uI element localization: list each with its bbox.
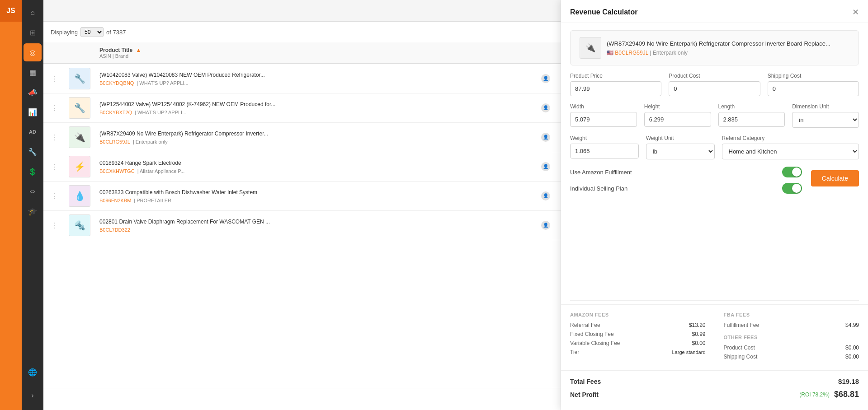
product-row-inner: (WP12544002 Valve) WP12544002 (K-74962) … bbox=[99, 101, 550, 115]
calc-product-meta: 🇺🇸 B0CLRG59JL | Enterpark only bbox=[607, 50, 849, 56]
row-thumb: 🔌 bbox=[65, 123, 94, 152]
calc-product-name: (WR87X29409 No Wire Enterpark) Refrigera… bbox=[607, 40, 849, 48]
fees-separator bbox=[570, 300, 859, 301]
sidebar-item-code[interactable]: <> bbox=[24, 182, 42, 200]
dimension-unit-select[interactable]: in cm bbox=[792, 112, 859, 128]
per-page-select[interactable]: 50 25 100 bbox=[80, 27, 104, 37]
individual-selling-row: Individual Selling Plan bbox=[570, 183, 802, 194]
dots-menu-icon[interactable]: ⋮ bbox=[49, 220, 60, 231]
fixed-closing-fee-value: $0.99 bbox=[692, 331, 705, 337]
dots-menu-icon[interactable]: ⋮ bbox=[49, 132, 60, 143]
row-dots-menu[interactable]: ⋮ bbox=[43, 123, 65, 152]
product-info: 00189324 Range Spark Electrode B0CXKHWTG… bbox=[99, 159, 537, 174]
product-thumbnail: ⚡ bbox=[69, 156, 90, 177]
product-asin[interactable]: B0CKYDQBNQ bbox=[99, 80, 134, 86]
product-thumbnail: 💧 bbox=[69, 185, 90, 207]
user-icon[interactable]: 👤 bbox=[541, 191, 550, 200]
sidebar-item-layout[interactable]: ▦ bbox=[24, 63, 42, 81]
sidebar-item-tools[interactable]: 🔧 bbox=[24, 143, 42, 161]
col-product-title[interactable]: Product Title ▲ ASIN | Brand bbox=[94, 42, 556, 64]
sidebar-item-collapse[interactable]: › bbox=[24, 387, 42, 405]
length-input[interactable] bbox=[718, 112, 785, 127]
product-info: (WR87X29409 No Wire Enterpark) Refrigera… bbox=[99, 130, 537, 144]
product-asin[interactable]: B0CKYBXT2Q bbox=[99, 110, 132, 115]
product-asin[interactable]: B0CLRG59JL bbox=[99, 139, 130, 144]
toggles-section: Use Amazon Fulfillment Individual Sellin… bbox=[570, 167, 859, 199]
net-profit-label: Net Profit bbox=[570, 391, 599, 398]
product-row-inner: 00189324 Range Spark Electrode B0CXKHWTG… bbox=[99, 159, 550, 174]
close-calculator-button[interactable]: ✕ bbox=[852, 7, 859, 17]
sidebar-item-graduation[interactable]: 🎓 bbox=[24, 202, 42, 220]
calc-header: Revenue Calculator ✕ bbox=[561, 0, 868, 23]
total-fees-value: $19.18 bbox=[838, 377, 859, 385]
dots-menu-icon[interactable]: ⋮ bbox=[49, 102, 60, 114]
sidebar-item-dollar[interactable]: 💲 bbox=[24, 163, 42, 181]
referral-category-field: Referral Category Home and Kitchen Appli… bbox=[722, 135, 859, 159]
product-thumbnail: 🔧 bbox=[69, 68, 90, 89]
sidebar-item-chart[interactable]: 📊 bbox=[24, 103, 42, 121]
net-profit-combined: (ROI 78.2%) $68.81 bbox=[799, 390, 859, 399]
product-asin[interactable]: B096FN2KBM bbox=[99, 198, 131, 203]
user-icon[interactable]: 👤 bbox=[541, 74, 550, 83]
fba-other-fees-col: FBA FEES Fulfillment Fee $4.99 OTHER FEE… bbox=[724, 312, 859, 363]
user-icon[interactable]: 👤 bbox=[541, 162, 550, 171]
dots-menu-icon[interactable]: ⋮ bbox=[49, 161, 60, 172]
row-dots-menu[interactable]: ⋮ bbox=[43, 152, 65, 182]
row-dots-menu[interactable]: ⋮ bbox=[43, 93, 65, 123]
product-price-input[interactable] bbox=[570, 81, 661, 96]
net-profit-row: Net Profit (ROI 78.2%) $68.81 bbox=[570, 390, 859, 399]
fixed-closing-fee-row: Fixed Closing Fee $0.99 bbox=[570, 331, 706, 337]
product-info: (WP12544002 Valve) WP12544002 (K-74962) … bbox=[99, 101, 537, 115]
shipping-cost-field: Shipping Cost bbox=[768, 73, 859, 96]
row-dots-menu[interactable]: ⋮ bbox=[43, 211, 65, 240]
row-thumb: 🔧 bbox=[65, 64, 94, 93]
fulfillment-fee-row: Fulfillment Fee $4.99 bbox=[724, 322, 859, 328]
referral-fee-value: $13.20 bbox=[689, 322, 706, 328]
product-brand: | WHAT'S UP? APPLI... bbox=[135, 110, 186, 115]
amazon-fulfillment-toggle[interactable] bbox=[782, 167, 802, 177]
sidebar-item-ad[interactable]: AD bbox=[24, 123, 42, 141]
main-content: Displaying 50 25 100 of 7387 Product Tit… bbox=[43, 0, 868, 410]
fees-section: AMAZON FEES Referral Fee $13.20 Fixed Cl… bbox=[561, 304, 868, 370]
shipping-cost-input[interactable] bbox=[768, 81, 859, 96]
individual-selling-label: Individual Selling Plan bbox=[570, 185, 627, 192]
row-dots-menu[interactable]: ⋮ bbox=[43, 64, 65, 93]
weight-input[interactable] bbox=[570, 144, 639, 158]
height-input[interactable] bbox=[644, 112, 711, 127]
width-input[interactable] bbox=[570, 112, 637, 127]
sidebar-item-grid[interactable]: ⊞ bbox=[24, 23, 42, 42]
sidebar-item-search[interactable]: ◎ bbox=[24, 43, 42, 61]
product-cost-input[interactable] bbox=[669, 81, 760, 96]
row-dots-menu[interactable]: ⋮ bbox=[43, 182, 65, 211]
js-logo: JS bbox=[0, 0, 22, 22]
revenue-calculator-panel: Revenue Calculator ✕ 🔌 (WR87X29409 No Wi… bbox=[561, 0, 868, 410]
calculate-button[interactable]: Calculate bbox=[811, 170, 859, 186]
product-title: 002801 Drain Valve Diaphragm Replacement… bbox=[99, 218, 537, 226]
referral-fee-label: Referral Fee bbox=[570, 322, 600, 328]
individual-selling-toggle[interactable] bbox=[782, 183, 802, 194]
product-asin[interactable]: B0CL7DD322 bbox=[99, 227, 130, 233]
product-info: 00263833 Compatible with Bosch Dishwashe… bbox=[99, 189, 537, 203]
dots-menu-icon[interactable]: ⋮ bbox=[49, 73, 60, 84]
length-label: Length bbox=[718, 103, 785, 110]
calc-product-info: (WR87X29409 No Wire Enterpark) Refrigera… bbox=[607, 40, 849, 56]
amazon-fulfillment-row: Use Amazon Fulfillment bbox=[570, 167, 802, 177]
user-icon[interactable]: 👤 bbox=[541, 133, 550, 142]
js-logo-sidebar: JS bbox=[0, 0, 22, 410]
weight-unit-select[interactable]: lb kg bbox=[646, 144, 715, 159]
other-shipping-cost-value: $0.00 bbox=[845, 354, 859, 360]
user-icon[interactable]: 👤 bbox=[541, 221, 550, 230]
row-thumb: 💧 bbox=[65, 182, 94, 211]
sidebar-item-globe[interactable]: 🌐 bbox=[24, 363, 42, 381]
product-asin[interactable]: B0CXKHWTGC bbox=[99, 168, 135, 174]
dots-menu-icon[interactable]: ⋮ bbox=[49, 191, 60, 202]
sort-arrow-icon: ▲ bbox=[136, 47, 141, 53]
user-icon[interactable]: 👤 bbox=[541, 103, 550, 112]
other-shipping-cost-row: Shipping Cost $0.00 bbox=[724, 354, 859, 360]
product-row-inner: (W10420083 Valve) W10420083 NEW OEM Prod… bbox=[99, 71, 550, 86]
sidebar-item-megaphone[interactable]: 📣 bbox=[24, 83, 42, 101]
referral-category-select[interactable]: Home and Kitchen Appliances Electronics bbox=[722, 144, 859, 159]
product-title: (W10420083 Valve) W10420083 NEW OEM Prod… bbox=[99, 71, 537, 79]
weight-unit-field: Weight Unit lb kg bbox=[646, 135, 715, 159]
sidebar-item-home[interactable]: ⌂ bbox=[24, 4, 42, 22]
